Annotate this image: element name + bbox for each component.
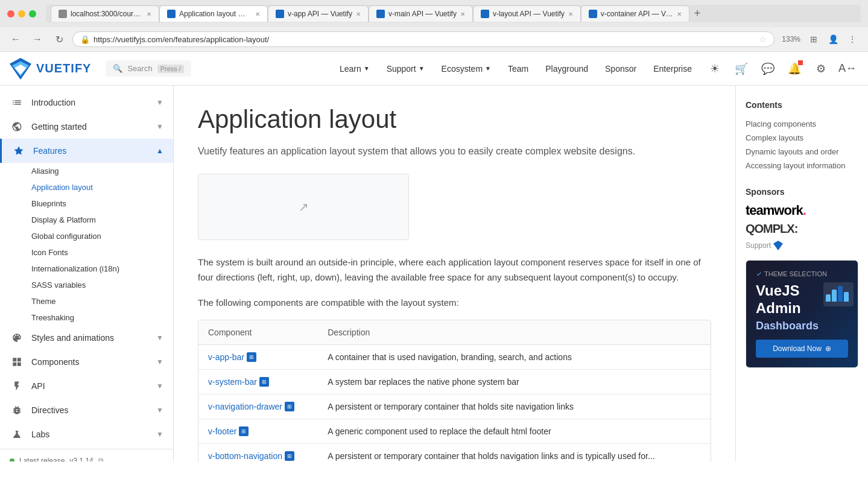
component-name-bottom-nav: v-bottom-navigation [208,451,282,461]
teamwork-logo: teamwork. [746,204,858,217]
toc-item-complex[interactable]: Complex layouts [746,131,858,145]
vuetify-small-icon [773,241,783,250]
nav-link-ecosystem[interactable]: Ecosystem ▼ [434,60,498,77]
translate-button[interactable]: A↔ [837,58,858,80]
link-v-navigation-drawer[interactable]: v-navigation-drawer ⊞ [208,402,308,411]
browser-title-bar: localhost:3000/courses/lorem... ✕ Applic… [0,0,868,27]
menu-button[interactable]: ⋮ [844,31,861,48]
tab-close-6[interactable]: ✕ [677,11,682,17]
back-button[interactable]: ← [7,31,24,48]
blueprints-label: Blueprints [31,199,66,208]
sponsor-teamwork[interactable]: teamwork. [746,204,858,217]
sidebar-sub-item-display-platform[interactable]: Display & Platform [0,212,173,228]
nav-link-learn[interactable]: Learn ▼ [332,60,377,77]
toc-item-dynamic[interactable]: Dynamic layouts and order [746,145,858,159]
notification-button[interactable]: 🔔 [784,58,805,80]
sidebar-item-components[interactable]: Components ▼ [0,350,173,374]
chevron-icon: ▼ [156,334,163,342]
tab-close-1[interactable]: ✕ [147,11,151,17]
sponsor-qomplx[interactable]: QOMPLX: [746,222,858,236]
new-tab-button[interactable]: + [689,5,706,22]
dashboards-text: Dashboards [756,320,819,332]
toc-item-placing[interactable]: Placing components [746,117,858,131]
browser-tab-5[interactable]: v-layout API — Vuetify ✕ [473,5,581,22]
aliasing-label: Aliasing [31,166,59,176]
toc-title: Contents [746,100,858,110]
copy-version-icon[interactable]: ⧉ [98,457,104,461]
tab-label-3: v-app API — Vuetify [288,10,352,18]
extensions-button[interactable]: ⊞ [805,31,822,48]
link-v-footer[interactable]: v-footer ⊞ [208,426,308,436]
sponsor-ad-banner[interactable]: THEME SELECTION VueJS Admin Dashboards [746,260,858,368]
table-row-v-bottom-navigation: v-bottom-navigation ⊞ A persistent or te… [198,444,711,461]
sidebar-sub-item-i18n[interactable]: Internationalization (i18n) [0,261,173,277]
link-v-app-bar[interactable]: v-app-bar ⊞ [208,352,308,362]
theme-selection-label: THEME SELECTION [756,270,848,277]
discord-icon-button[interactable]: 💬 [757,58,779,80]
sidebar: Introduction ▼ Getting started ▼ Feature… [0,86,174,461]
sidebar-sub-item-sass[interactable]: SASS variables [0,277,173,293]
sidebar-sub-item-application-layout[interactable]: Application layout [0,179,173,195]
browser-toolbar: 133% ⊞ 👤 ⋮ [779,31,861,48]
chevron-icon: ▼ [156,98,163,107]
nav-link-enterprise[interactable]: Enterprise [646,60,699,77]
sidebar-item-directives[interactable]: Directives ▼ [0,398,173,422]
tab-close-5[interactable]: ✕ [568,11,573,17]
theme-toggle-button[interactable]: ☀ [704,58,726,80]
sidebar-sub-item-treeshaking[interactable]: Treeshaking [0,309,173,326]
rocket-icon [10,119,24,134]
tab-close-3[interactable]: ✕ [356,11,361,17]
browser-tab-2[interactable]: Application layout — Vuetify ✕ [159,5,268,22]
maximize-window-button[interactable] [29,10,36,17]
sidebar-item-labs[interactable]: Labs ▼ [0,422,173,446]
browser-tab-1[interactable]: localhost:3000/courses/lorem... ✕ [51,5,159,22]
sidebar-label-directives: Directives [31,405,68,415]
sidebar-sub-item-icon-fonts[interactable]: Icon Fonts [0,244,173,261]
nav-link-playground[interactable]: Playground [538,60,595,77]
sidebar-sub-item-aliasing[interactable]: Aliasing [0,163,173,179]
bookmark-star-icon[interactable]: ☆ [759,34,767,44]
table-row-v-navigation-drawer: v-navigation-drawer ⊞ A persistent or te… [198,395,711,419]
support-vuetify[interactable]: Support [746,241,858,250]
sidebar-label-introduction: Introduction [31,98,75,107]
external-link-icon: ⊞ [285,402,294,411]
tab-close-4[interactable]: ✕ [460,11,465,17]
sidebar-label-getting-started: Getting started [31,122,87,132]
tab-favicon-4 [376,10,385,18]
sidebar-item-introduction[interactable]: Introduction ▼ [0,90,173,115]
chevron-up-icon: ▲ [156,147,163,155]
link-v-bottom-navigation[interactable]: v-bottom-navigation ⊞ [208,451,308,461]
download-button[interactable]: Download Now ⊕ [756,340,848,358]
sidebar-item-features[interactable]: Features ▲ [0,139,173,163]
forward-button[interactable]: → [29,31,46,48]
version-number: v3.1.14 [69,457,93,461]
settings-button[interactable]: ⚙ [810,58,832,80]
nav-link-support[interactable]: Support ▼ [379,60,432,77]
minimize-window-button[interactable] [18,10,25,17]
sidebar-item-api[interactable]: API ▼ [0,374,173,398]
nav-link-sponsor[interactable]: Sponsor [598,60,644,77]
search-box[interactable]: 🔍 Search Press / [106,60,191,77]
sidebar-sub-item-theme[interactable]: Theme [0,293,173,309]
sidebar-sub-item-blueprints[interactable]: Blueprints [0,195,173,212]
nav-link-team[interactable]: Team [501,60,536,77]
desc-v-app-bar: A container that is used navigation, bra… [318,345,711,370]
browser-tab-4[interactable]: v-main API — Vuetify ✕ [369,5,473,22]
cart-icon-button[interactable]: 🛒 [730,58,752,80]
close-window-button[interactable] [7,10,14,17]
tab-label-2: Application layout — Vuetify [179,10,252,18]
browser-tab-6[interactable]: v-container API — Vuetify ✕ [581,5,689,22]
sidebar-item-styles[interactable]: Styles and animations ▼ [0,326,173,350]
tab-close-2[interactable]: ✕ [255,11,260,17]
tab-label-1: localhost:3000/courses/lorem... [71,10,143,18]
link-v-system-bar[interactable]: v-system-bar ⊞ [208,377,308,387]
url-bar[interactable]: 🔒 https://vuetifyjs.com/en/features/appl… [72,31,775,47]
reload-button[interactable]: ↻ [51,31,68,48]
account-button[interactable]: 👤 [825,31,841,48]
logo[interactable]: VUETIFY [10,58,91,80]
tab-favicon-6 [589,10,597,18]
sidebar-sub-item-global-configuration[interactable]: Global configuration [0,228,173,244]
sidebar-item-getting-started[interactable]: Getting started ▼ [0,115,173,139]
toc-item-accessing[interactable]: Accessing layout information [746,159,858,173]
browser-tab-3[interactable]: v-app API — Vuetify ✕ [268,5,369,22]
